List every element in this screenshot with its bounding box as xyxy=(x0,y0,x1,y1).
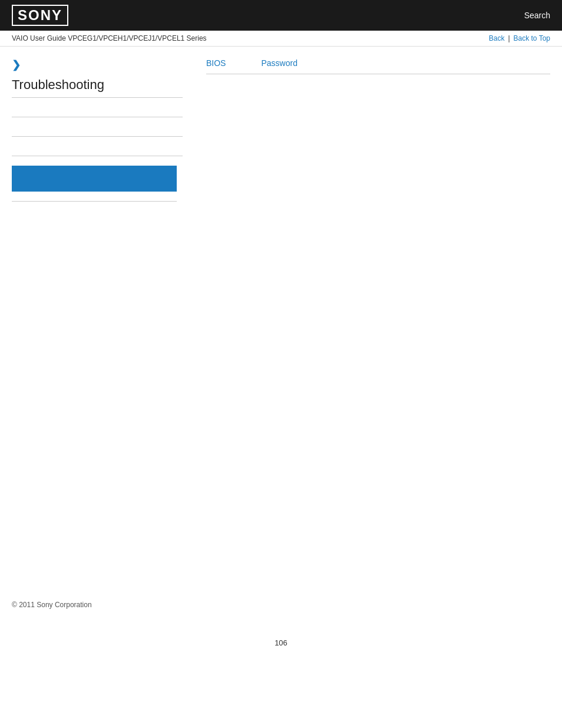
main-content: ❯ Troubleshooting BIOS Password xyxy=(0,47,562,577)
back-link[interactable]: Back xyxy=(489,34,505,42)
sidebar-item-2 xyxy=(12,127,183,137)
search-button[interactable]: Search xyxy=(524,11,550,20)
sidebar-item-1 xyxy=(12,107,183,117)
page-header: SONY Search xyxy=(0,0,562,31)
nav-separator: | xyxy=(508,34,510,42)
bios-link[interactable]: BIOS xyxy=(206,58,226,68)
breadcrumb-bar: VAIO User Guide VPCEG1/VPCEH1/VPCEJ1/VPC… xyxy=(0,31,562,47)
breadcrumb-text: VAIO User Guide VPCEG1/VPCEH1/VPCEJ1/VPC… xyxy=(12,34,207,42)
sidebar: ❯ Troubleshooting xyxy=(12,58,194,577)
copyright-text: © 2011 Sony Corporation xyxy=(12,601,550,609)
sony-logo: SONY xyxy=(12,5,68,27)
password-link[interactable]: Password xyxy=(261,58,297,68)
nav-links: Back | Back to Top xyxy=(489,34,550,42)
back-to-top-link[interactable]: Back to Top xyxy=(514,34,550,42)
chevron-right-icon: ❯ xyxy=(12,58,183,71)
footer: © 2011 Sony Corporation xyxy=(0,589,562,621)
sidebar-bottom-line xyxy=(12,201,177,202)
right-content: BIOS Password xyxy=(194,58,550,577)
sidebar-item-3 xyxy=(12,146,183,156)
content-links: BIOS Password xyxy=(206,58,550,74)
sidebar-highlight-button[interactable] xyxy=(12,166,177,192)
sidebar-title: Troubleshooting xyxy=(12,77,183,98)
page-number: 106 xyxy=(0,621,562,665)
